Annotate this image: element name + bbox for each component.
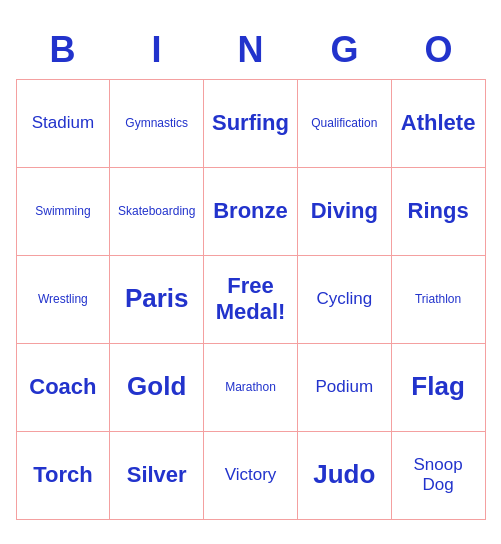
bingo-cell: Cycling [298,256,392,344]
bingo-cell: Qualification [298,80,392,168]
bingo-cell: Surfing [204,80,298,168]
bingo-letter: O [392,25,486,75]
bingo-header: BINGO [16,25,486,75]
bingo-cell: Rings [392,168,486,256]
bingo-cell: Paris [110,256,204,344]
bingo-grid: StadiumGymnasticsSurfingQualificationAth… [16,79,486,520]
bingo-cell: Bronze [204,168,298,256]
bingo-letter: G [298,25,392,75]
bingo-cell: Triathlon [392,256,486,344]
bingo-cell: Judo [298,432,392,520]
bingo-letter: B [16,25,110,75]
bingo-letter: I [110,25,204,75]
bingo-cell: Flag [392,344,486,432]
bingo-cell: Free Medal! [204,256,298,344]
bingo-cell: Snoop Dog [392,432,486,520]
bingo-cell: Gold [110,344,204,432]
bingo-cell: Silver [110,432,204,520]
bingo-cell: Wrestling [17,256,111,344]
bingo-card: BINGO StadiumGymnasticsSurfingQualificat… [16,25,486,520]
bingo-cell: Gymnastics [110,80,204,168]
bingo-cell: Podium [298,344,392,432]
bingo-cell: Swimming [17,168,111,256]
bingo-cell: Coach [17,344,111,432]
bingo-letter: N [204,25,298,75]
bingo-cell: Skateboarding [110,168,204,256]
bingo-cell: Marathon [204,344,298,432]
bingo-cell: Victory [204,432,298,520]
bingo-cell: Diving [298,168,392,256]
bingo-cell: Stadium [17,80,111,168]
bingo-cell: Athlete [392,80,486,168]
bingo-cell: Torch [17,432,111,520]
